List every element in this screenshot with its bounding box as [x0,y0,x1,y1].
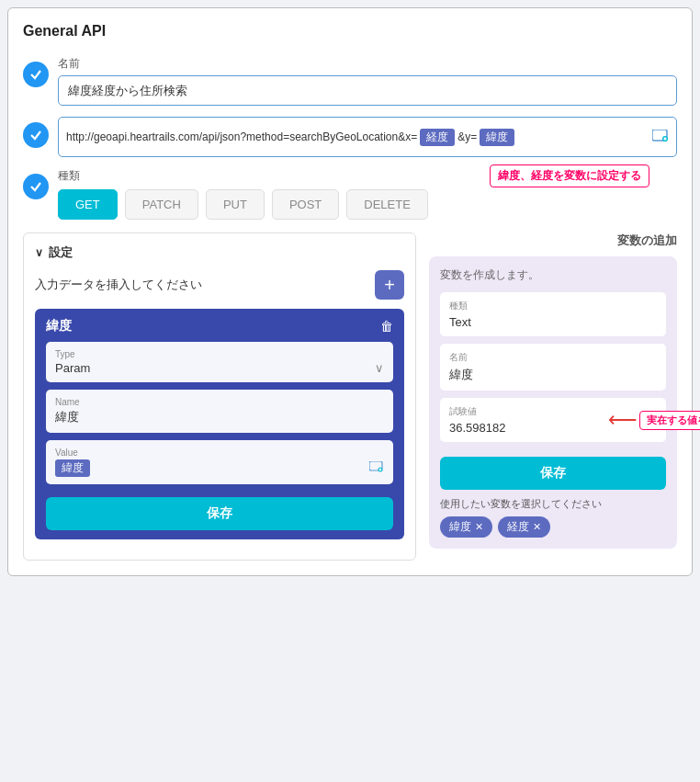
name-field-row: 名前 [23,56,677,106]
url-field-row: http://geoapi.heartrails.com/api/json?me… [23,117,677,157]
method-post-button[interactable]: POST [272,189,339,220]
right-type-label: 種類 [449,300,657,312]
url-annotation: 緯度、経度を変数に設定する [490,164,649,187]
var-card-title: 緯度 [46,318,72,334]
main-container: General API 名前 http://geoapi.heartrails.… [7,7,693,576]
var-panel: 変数を作成します。 種類 Text 名前 緯度 試験値 36.598182 [429,256,677,549]
method-patch-button[interactable]: PATCH [125,189,198,220]
chevron-icon: ∨ [375,361,384,375]
right-name-value: 緯度 [449,367,657,383]
red-arrow-icon: ⟵ [608,410,638,430]
chip-label-0: 緯度 [449,519,471,535]
test-annotation-label: 実在する値を試験値で入れる [639,411,700,430]
left-panel: ∨ 設定 入力データを挿入してください + 緯度 🗑 [23,232,416,561]
var-value-field: Value 緯度 [46,440,393,484]
url-icon [652,130,669,145]
right-type-field: 種類 Text [440,292,666,336]
var-type-label: Type [55,349,384,359]
var-name-label: Name [55,397,384,407]
use-var-label: 使用したい変数を選択してください [440,497,666,511]
right-name-field: 名前 緯度 [440,344,666,391]
var-panel-desc: 変数を作成します。 [440,267,666,283]
left-save-button[interactable]: 保存 [46,497,393,530]
check-icon [29,68,42,81]
var-name-field: Name 緯度 [46,390,393,433]
check-circle-url [23,122,49,148]
value-badge[interactable]: 緯度 [55,459,90,477]
two-col: ∨ 設定 入力データを挿入してください + 緯度 🗑 [23,232,677,561]
method-delete-button[interactable]: DELETE [346,189,428,220]
check-icon-url [29,129,42,142]
check-icon-method [29,180,42,193]
var-chip-1[interactable]: 経度 ✕ [498,516,550,538]
chip-close-0[interactable]: ✕ [475,521,483,533]
url-var2-badge[interactable]: 緯度 [480,129,514,146]
name-input[interactable] [58,75,677,106]
var-chips: 緯度 ✕ 経度 ✕ [440,516,666,538]
var-card-header: 緯度 🗑 [46,318,393,334]
method-put-button[interactable]: PUT [206,189,265,220]
var-chip-0[interactable]: 緯度 ✕ [440,516,492,538]
url-mid: &y= [457,130,477,143]
right-type-value: Text [449,315,657,329]
right-save-button[interactable]: 保存 [440,457,666,490]
url-text: http://geoapi.heartrails.com/api/json?me… [66,130,417,143]
right-testval-field: 試験値 36.598182 ⟵ 実在する値を試験値で入れる [440,398,666,442]
value-icon [369,461,384,475]
chevron-down-icon: ∨ [35,246,43,259]
method-get-button[interactable]: GET [58,189,118,220]
insert-label: 入力データを挿入してください [35,277,202,293]
method-buttons: GET PATCH PUT POST DELETE [58,189,677,220]
right-panel-title: 変数の追加 [429,232,677,249]
plus-icon: + [384,275,395,296]
url-field-wrap: http://geoapi.heartrails.com/api/json?me… [58,117,677,157]
var-type-select-wrap: Param ∨ [55,361,384,375]
right-name-label: 名前 [449,351,657,364]
settings-label: 設定 [49,244,73,261]
settings-section: ∨ 設定 入力データを挿入してください + 緯度 🗑 [23,232,416,561]
variable-card: 緯度 🗑 Type Param ∨ Name 緯度 [35,309,404,539]
chip-label-1: 経度 [507,519,529,535]
trash-icon[interactable]: 🗑 [380,319,393,334]
check-circle-name [23,62,49,87]
chip-close-1[interactable]: ✕ [533,521,541,533]
name-label: 名前 [58,56,677,72]
add-variable-button[interactable]: + [375,270,404,300]
var-type-value: Param [55,361,90,375]
name-field-wrap: 名前 [58,56,677,106]
var-value-label: Value [55,448,384,458]
var-name-value: 緯度 [55,410,79,424]
value-field-wrap: 緯度 [55,459,384,477]
url-input-container[interactable]: http://geoapi.heartrails.com/api/json?me… [58,117,677,157]
right-panel: 変数の追加 変数を作成します。 種類 Text 名前 緯度 試験値 36.598… [429,232,677,561]
var-type-field: Type Param ∨ [46,342,393,382]
settings-header: ∨ 設定 [35,244,404,261]
check-circle-method [23,174,49,199]
url-var1-badge[interactable]: 経度 [420,129,455,146]
page-title: General API [23,23,677,40]
insert-row: 入力データを挿入してください + [35,270,404,300]
test-annotation-wrap: ⟵ 実在する値を試験値で入れる [608,410,700,430]
